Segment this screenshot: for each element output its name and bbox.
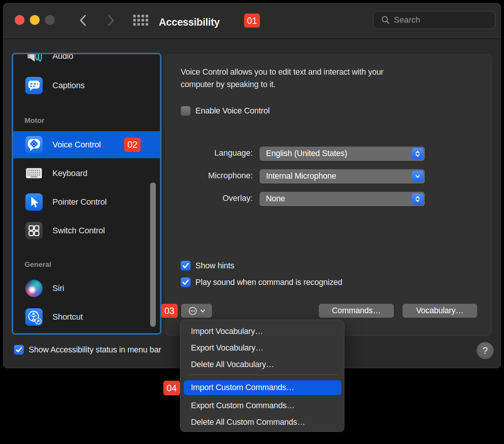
menu-item-delete-all-custom-commands[interactable]: Delete All Custom Commands…	[180, 414, 345, 430]
menu-item-export-vocabulary[interactable]: Export Vocabulary…	[180, 340, 345, 356]
checkmark-icon	[14, 345, 23, 354]
pane-description: Voice Control allows you to edit text an…	[181, 66, 384, 91]
sidebar-item-shortcut[interactable]: Shortcut	[13, 303, 160, 331]
up-down-chevrons-icon	[412, 193, 423, 205]
sidebar-section-general: General	[25, 260, 51, 269]
sidebar-item-label: Captions	[52, 81, 85, 90]
menu-separator	[188, 375, 337, 375]
speaker-icon	[25, 54, 43, 65]
sidebar-item-siri[interactable]: Siri	[13, 275, 160, 302]
checkmark-icon	[181, 261, 190, 270]
language-value: English (United States)	[266, 149, 347, 158]
settings-window: Accessibility 01 Audio	[3, 3, 501, 368]
sidebar-item-label: Siri	[52, 283, 64, 293]
menu-item-export-custom-commands[interactable]: Export Custom Commands…	[180, 397, 345, 414]
keyboard-icon	[25, 165, 43, 182]
checkbox-label: Show hints	[195, 261, 234, 271]
sidebar-scrollbar[interactable]	[150, 182, 156, 327]
annotation-tag-04: 04	[163, 381, 180, 395]
microphone-row: Microphone: Internal Microphone	[181, 169, 479, 184]
search-input[interactable]	[394, 15, 481, 25]
sidebar-item-label: Shortcut	[52, 312, 83, 322]
checkbox-label: Enable Voice Control	[195, 106, 270, 116]
language-popup[interactable]: English (United States)	[260, 147, 425, 161]
annotation-tag-02: 02	[124, 138, 141, 152]
search-icon	[381, 15, 390, 24]
siri-icon	[25, 280, 43, 297]
sidebar-section-motor: Motor	[25, 116, 45, 125]
sidebar-item-label: Voice Control	[52, 140, 101, 150]
annotation-tag-01: 01	[244, 14, 260, 28]
chevron-down-icon	[200, 309, 205, 313]
sidebar-item-captions[interactable]: Captions	[13, 72, 160, 99]
page-title: Accessibility	[159, 17, 220, 28]
show-all-grid-icon[interactable]	[133, 15, 149, 26]
checkbox-checked[interactable]	[181, 277, 191, 287]
menu-item-import-vocabulary[interactable]: Import Vocabulary…	[180, 323, 345, 340]
up-down-chevrons-icon	[412, 148, 423, 159]
forward-icon[interactable]	[106, 14, 116, 27]
language-row: Language: English (United States)	[181, 147, 479, 161]
captions-icon	[25, 77, 43, 94]
more-options-menu: Import Vocabulary… Export Vocabulary… De…	[180, 320, 344, 432]
show-hints-checkbox-row[interactable]: Show hints	[181, 261, 234, 271]
voice-control-icon	[25, 136, 43, 153]
checkbox-label: Show Accessibility status in menu bar	[29, 345, 161, 355]
help-button[interactable]: ?	[476, 342, 494, 359]
play-sound-checkbox-row[interactable]: Play sound when command is recognized	[181, 277, 342, 287]
microphone-value: Internal Microphone	[266, 171, 336, 181]
annotation-tag-03: 03	[161, 304, 178, 318]
close-button[interactable]	[15, 15, 25, 25]
checkbox-label: Play sound when command is recognized	[195, 278, 342, 287]
sidebar-item-pointer-control[interactable]: Pointer Control	[13, 188, 160, 216]
sidebar-item-label: Keyboard	[52, 168, 88, 178]
switch-control-icon	[25, 222, 43, 239]
checkbox-checked[interactable]	[181, 261, 191, 271]
sidebar-item-keyboard[interactable]: Keyboard	[13, 160, 160, 187]
more-options-button[interactable]	[181, 304, 212, 318]
menu-item-import-custom-commands[interactable]: Import Custom Commands…	[184, 380, 341, 395]
toolbar: Accessibility 01	[3, 3, 501, 39]
back-icon[interactable]	[78, 14, 88, 27]
overlay-popup[interactable]: None	[260, 192, 425, 206]
overlay-value: None	[266, 194, 285, 204]
microphone-dropdown[interactable]: Internal Microphone	[260, 169, 425, 184]
accessibility-shortcut-icon	[25, 308, 43, 326]
chevron-down-icon	[412, 171, 423, 182]
enable-voice-control-checkbox-row[interactable]: Enable Voice Control	[181, 106, 270, 116]
sidebar-item-voice-control[interactable]: Voice Control 02	[13, 131, 160, 158]
minimize-button[interactable]	[30, 15, 40, 25]
commands-button[interactable]: Commands…	[319, 304, 394, 318]
checkbox-unchecked[interactable]	[181, 106, 191, 116]
pointer-control-icon	[25, 193, 43, 211]
microphone-label: Microphone:	[181, 171, 253, 181]
overlay-row: Overlay: None	[181, 192, 479, 206]
menu-item-delete-all-vocabulary[interactable]: Delete All Vocabulary…	[180, 356, 345, 373]
zoom-button[interactable]	[45, 15, 55, 25]
sidebar-item-label: Pointer Control	[52, 197, 107, 207]
sidebar-item-label: Switch Control	[52, 226, 105, 236]
vocabulary-button[interactable]: Vocabulary…	[403, 304, 477, 318]
checkmark-icon	[181, 278, 190, 287]
ellipsis-circle-icon	[188, 306, 198, 316]
sidebar-item-audio[interactable]: Audio	[13, 54, 160, 70]
language-label: Language:	[181, 149, 253, 158]
voice-control-pane: Voice Control allows you to edit text an…	[165, 54, 492, 336]
checkbox-checked[interactable]	[14, 345, 24, 355]
sidebar-item-switch-control[interactable]: Switch Control	[13, 217, 160, 244]
sidebar: Audio Captions Motor	[12, 53, 161, 335]
accessibility-status-checkbox-row[interactable]: Show Accessibility status in menu bar	[14, 345, 161, 355]
overlay-label: Overlay:	[181, 194, 253, 203]
sidebar-item-label: Audio	[52, 54, 73, 61]
search-field[interactable]	[373, 11, 495, 29]
sidebar-scroll-area: Audio Captions Motor	[13, 54, 160, 333]
